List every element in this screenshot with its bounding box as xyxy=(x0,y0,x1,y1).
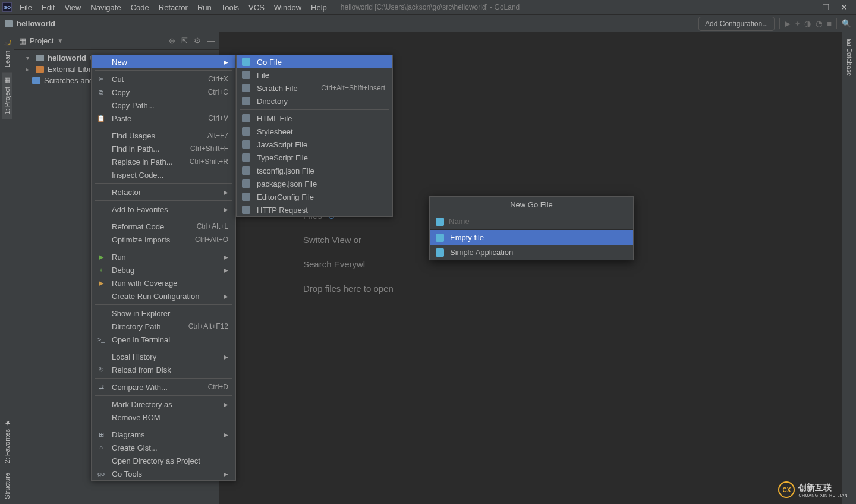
blank-icon xyxy=(96,456,106,465)
new-item-label: TypeScript File xyxy=(257,153,385,162)
structure-tab[interactable]: Structure xyxy=(2,468,12,504)
ctx-item-inspect-code[interactable]: Inspect Code... xyxy=(92,168,235,181)
gear-icon[interactable]: ⚙ xyxy=(194,36,201,45)
new-item-directory[interactable]: Directory xyxy=(237,94,392,108)
ctx-item-open-directory-as-project[interactable]: Open Directory as Project xyxy=(92,454,235,467)
ctx-item-copy-path[interactable]: Copy Path... xyxy=(92,99,235,112)
panel-title[interactable]: Project xyxy=(30,36,54,45)
new-item-tsconfig-json-file[interactable]: tsconfig.json File xyxy=(237,164,392,177)
ctx-item-find-usages[interactable]: Find UsagesAlt+F7 xyxy=(92,129,235,142)
new-item-file[interactable]: File xyxy=(237,68,392,81)
locate-icon[interactable]: ⊕ xyxy=(169,36,175,45)
ctx-item-create-gist[interactable]: ○Create Gist... xyxy=(92,441,235,454)
copy-icon: ⧉ xyxy=(96,87,106,97)
ctx-item-copy[interactable]: ⧉CopyCtrl+C xyxy=(92,86,235,99)
ctx-item-directory-path[interactable]: Directory PathCtrl+Alt+F12 xyxy=(92,320,235,333)
chevron-down-icon[interactable]: ▾ xyxy=(26,55,32,61)
new-item-stylesheet[interactable]: Stylesheet xyxy=(237,125,392,138)
search-icon[interactable]: 🔍 xyxy=(842,19,851,28)
menu-code[interactable]: Code xyxy=(127,2,153,13)
ctx-item-cut[interactable]: ✂CutCtrl+X xyxy=(92,73,235,86)
debug-icon[interactable]: ⌖ xyxy=(795,19,800,29)
new-item-typescript-file[interactable]: TypeScript File xyxy=(237,151,392,164)
maximize-icon[interactable]: ☐ xyxy=(822,2,830,12)
learn-tab[interactable]: Learn 🎓 xyxy=(2,36,12,72)
close-icon[interactable]: ✕ xyxy=(841,2,848,12)
ctx-label: Reload from Disk xyxy=(112,366,228,374)
option-empty-file[interactable]: Empty file xyxy=(430,230,633,245)
ctx-item-create-run-configuration[interactable]: Create Run Configuration▶ xyxy=(92,289,235,303)
new-item-javascript-file[interactable]: JavaScript File xyxy=(237,138,392,151)
minimize-icon[interactable]: — xyxy=(803,2,811,12)
option-simple-application[interactable]: Simple Application xyxy=(430,245,633,260)
new-item-label: JavaScript File xyxy=(257,140,385,149)
ctx-item-debug[interactable]: ⌖Debug▶ xyxy=(92,263,235,276)
new-item-html-file[interactable]: HTML File xyxy=(237,112,392,125)
menu-view[interactable]: View xyxy=(60,2,85,13)
ctx-item-replace-in-path[interactable]: Replace in Path...Ctrl+Shift+R xyxy=(92,155,235,168)
ctx-item-run[interactable]: ▶Run▶ xyxy=(92,250,235,263)
chevron-right-icon[interactable]: ▸ xyxy=(26,66,32,73)
ctx-item-local-history[interactable]: Local History▶ xyxy=(92,350,235,363)
new-item-http-request[interactable]: HTTP Request xyxy=(237,203,392,216)
menu-edit[interactable]: Edit xyxy=(37,2,59,13)
coverage-icon[interactable]: ◑ xyxy=(804,19,811,28)
ctx-item-diagrams[interactable]: ⊞Diagrams▶ xyxy=(92,428,235,441)
ctx-shortcut: Ctrl+V xyxy=(208,114,228,122)
ctx-label: Debug xyxy=(112,266,218,275)
add-configuration-button[interactable]: Add Configuration... xyxy=(698,17,775,31)
menu-file[interactable]: File xyxy=(15,2,36,13)
favorites-tab[interactable]: 2: Favorites ★ xyxy=(2,414,12,468)
ctx-item-find-in-path[interactable]: Find in Path...Ctrl+Shift+F xyxy=(92,142,235,155)
ctx-item-mark-directory-as[interactable]: Mark Directory as▶ xyxy=(92,398,235,411)
menu-refactor[interactable]: Refactor xyxy=(155,2,192,13)
watermark-brand: 创新互联 xyxy=(798,483,848,493)
menu-tools[interactable]: Tools xyxy=(217,2,243,13)
file-type-icon xyxy=(241,192,251,201)
file-type-icon xyxy=(241,96,251,106)
run-icon[interactable]: ▶ xyxy=(785,19,791,28)
tree-root-name: helloworld xyxy=(48,53,86,62)
blank-icon xyxy=(96,412,106,422)
stop-icon[interactable]: ■ xyxy=(827,19,832,28)
new-item-scratch-file[interactable]: Scratch FileCtrl+Alt+Shift+Insert xyxy=(237,81,392,94)
ctx-item-paste[interactable]: 📋PasteCtrl+V xyxy=(92,112,235,125)
new-item-label: tsconfig.json File xyxy=(257,166,385,175)
ctx-item-open-in-terminal[interactable]: >_Open in Terminal xyxy=(92,333,235,346)
chevron-down-icon[interactable]: ▼ xyxy=(57,37,63,44)
project-tab[interactable]: 1: Project ▦ xyxy=(2,72,12,119)
submenu-arrow-icon: ▶ xyxy=(224,267,228,273)
profile-icon[interactable]: ◔ xyxy=(816,19,822,28)
new-item-package-json-file[interactable]: package.json File xyxy=(237,177,392,190)
separator xyxy=(95,395,232,396)
new-item-go-file[interactable]: Go File xyxy=(237,55,392,68)
ctx-shortcut: Ctrl+Shift+F xyxy=(190,144,228,153)
ctx-item-go-tools[interactable]: goGo Tools▶ xyxy=(92,467,235,480)
separator xyxy=(836,18,837,29)
breadcrumb-project[interactable]: helloworld xyxy=(17,19,55,28)
database-tab[interactable]: 🗄 Database xyxy=(845,36,854,80)
ctx-item-remove-bom[interactable]: Remove BOM xyxy=(92,411,235,424)
menu-navigate[interactable]: Navigate xyxy=(86,2,125,13)
menu-vcs[interactable]: VCS xyxy=(244,2,269,13)
separator xyxy=(95,348,232,348)
collapse-icon[interactable]: ⇱ xyxy=(181,36,188,45)
ctx-item-optimize-imports[interactable]: Optimize ImportsCtrl+Alt+O xyxy=(92,233,235,246)
ctx-item-reformat-code[interactable]: Reformat CodeCtrl+Alt+L xyxy=(92,220,235,233)
ctx-item-compare-with[interactable]: ⇄Compare With...Ctrl+D xyxy=(92,380,235,393)
menu-run[interactable]: Run xyxy=(193,2,216,13)
ctx-item-refactor[interactable]: Refactor▶ xyxy=(92,185,235,199)
name-input[interactable] xyxy=(449,217,627,226)
ctx-item-new[interactable]: New▶ xyxy=(92,55,235,68)
menu-window[interactable]: Window xyxy=(270,2,306,13)
ctx-item-add-to-favorites[interactable]: Add to Favorites▶ xyxy=(92,203,235,216)
ctx-item-reload-from-disk[interactable]: ↻Reload from Disk xyxy=(92,363,235,376)
ctx-label: Open Directory as Project xyxy=(112,456,228,465)
menu-help[interactable]: Help xyxy=(307,2,331,13)
ctx-item-run-with-coverage[interactable]: ▶Run with Coverage xyxy=(92,276,235,289)
ctx-item-show-in-explorer[interactable]: Show in Explorer xyxy=(92,307,235,320)
tree-label: Scratches and xyxy=(44,76,93,85)
hide-icon[interactable]: — xyxy=(207,36,215,45)
new-item-editorconfig-file[interactable]: EditorConfig File xyxy=(237,190,392,203)
ctx-shortcut: Ctrl+C xyxy=(208,88,228,96)
